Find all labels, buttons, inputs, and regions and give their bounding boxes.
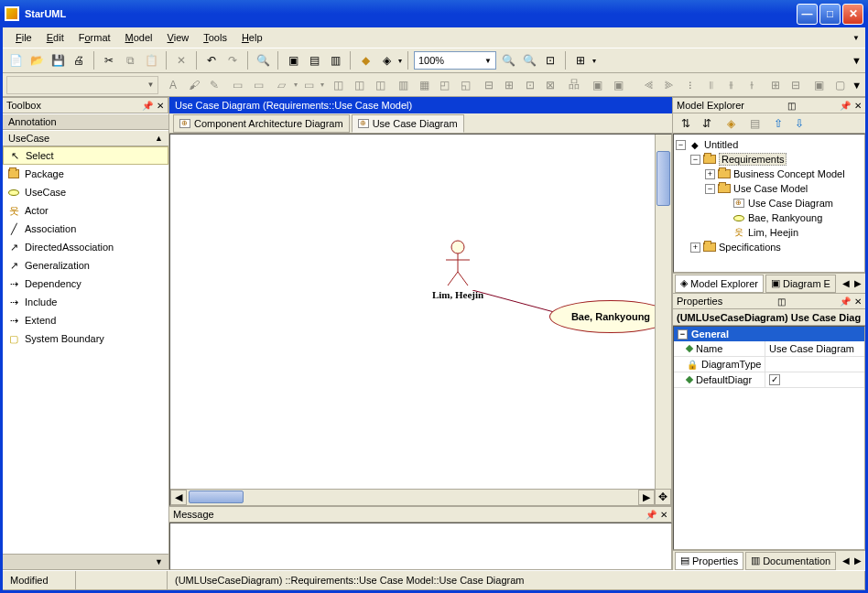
find-button[interactable]: 🔍 bbox=[254, 51, 272, 70]
tree-ucd[interactable]: Use Case Diagram bbox=[676, 196, 863, 210]
tree-bcm[interactable]: +Business Concept Model bbox=[676, 167, 863, 181]
tool5-button[interactable]: ◈ bbox=[377, 51, 396, 70]
tree-specs[interactable]: +Specifications bbox=[676, 240, 863, 254]
tool-boundary[interactable]: ▢System Boundary bbox=[3, 329, 168, 348]
up-button[interactable]: ⇧ bbox=[769, 114, 787, 133]
pen-icon[interactable]: ✎ bbox=[205, 76, 223, 94]
close-panel-icon[interactable]: ✕ bbox=[157, 101, 164, 111]
tool-generalization[interactable]: ↗Generalization bbox=[3, 256, 168, 275]
tree-ucm[interactable]: −Use Case Model bbox=[676, 181, 863, 196]
tree-root[interactable]: −◆Untitled bbox=[676, 137, 863, 152]
filter-button[interactable]: ▤ bbox=[745, 114, 764, 133]
tool6-button[interactable]: ⊞ bbox=[571, 51, 590, 70]
nav-button[interactable]: ◈ bbox=[722, 114, 740, 133]
category-annotation[interactable]: Annotation bbox=[3, 113, 168, 130]
zoom-out-button[interactable]: 🔍 bbox=[499, 51, 517, 70]
prop-default[interactable]: DefaultDiagr ✓ bbox=[674, 372, 864, 388]
pin-icon[interactable]: ◫ bbox=[787, 101, 796, 111]
format2[interactable]: ▭ bbox=[250, 76, 268, 94]
tool-usecase[interactable]: UseCase bbox=[3, 183, 168, 201]
format17[interactable]: ▣ bbox=[589, 76, 607, 94]
actor-element[interactable]: Lim, Heejin bbox=[421, 240, 494, 300]
category-collapsed[interactable]: ▼ bbox=[3, 554, 168, 570]
format7[interactable]: ◫ bbox=[371, 76, 389, 94]
close-panel-icon[interactable]: ✕ bbox=[854, 296, 862, 307]
usecase-element[interactable]: Bae, Rankyoung bbox=[549, 300, 672, 333]
canvas[interactable]: Lim, Heejin Bae, Rankyoung ◀ ▶ ✥ bbox=[169, 134, 672, 506]
close-panel-icon[interactable]: ✕ bbox=[854, 101, 862, 111]
front-button[interactable]: ▣ bbox=[810, 76, 829, 94]
format4[interactable]: ▭ bbox=[300, 76, 319, 94]
align3[interactable]: ⫶ bbox=[681, 76, 700, 94]
format6[interactable]: ◫ bbox=[351, 76, 369, 94]
menubar-overflow-icon[interactable]: ▼ bbox=[852, 34, 860, 42]
menu-view[interactable]: View bbox=[160, 29, 197, 46]
format3[interactable]: ▱ bbox=[273, 76, 291, 94]
tree-bae[interactable]: Bae, Rankyoung bbox=[676, 210, 863, 225]
menu-help[interactable]: Help bbox=[234, 29, 270, 46]
tab-documentation[interactable]: ▥ Documentation bbox=[745, 552, 836, 570]
format5[interactable]: ◫ bbox=[330, 76, 348, 94]
close-panel-icon[interactable]: ✕ bbox=[660, 510, 667, 520]
zoom-fit-button[interactable]: ⊡ bbox=[541, 51, 559, 70]
font-tool-a[interactable]: A bbox=[164, 76, 182, 94]
tab-model-explorer[interactable]: ◈ Model Explorer bbox=[675, 275, 764, 293]
menu-model[interactable]: Model bbox=[118, 29, 160, 46]
pin-icon[interactable]: ◫ bbox=[777, 296, 786, 307]
tab-scroll-left[interactable]: ◀ bbox=[841, 278, 852, 288]
close-button[interactable]: ✕ bbox=[842, 4, 863, 25]
tool-extend[interactable]: ⇢Extend bbox=[3, 311, 168, 329]
menu-format[interactable]: Format bbox=[71, 29, 118, 46]
paste-button[interactable]: 📋 bbox=[142, 51, 160, 70]
tab-usecase[interactable]: Use Case Diagram bbox=[352, 114, 464, 133]
menu-edit[interactable]: Edit bbox=[39, 29, 71, 46]
format15[interactable]: ⊠ bbox=[542, 76, 560, 94]
scroll-right-icon[interactable]: ▶ bbox=[638, 490, 655, 505]
print-button[interactable]: 🖨 bbox=[70, 51, 88, 70]
tab-scroll-right[interactable]: ▶ bbox=[852, 278, 863, 288]
pin-icon[interactable]: 📌 bbox=[840, 101, 851, 111]
category-usecase[interactable]: UseCase▲ bbox=[3, 130, 168, 146]
tree-lim[interactable]: 웃Lim, Heejin bbox=[676, 225, 863, 240]
cut-button[interactable]: ✂ bbox=[100, 51, 118, 70]
tool1-button[interactable]: ▣ bbox=[284, 51, 302, 70]
align5[interactable]: ⫵ bbox=[722, 76, 741, 94]
format1[interactable]: ▭ bbox=[229, 76, 247, 94]
tab-component[interactable]: Component Architecture Diagram bbox=[173, 114, 350, 133]
back-button[interactable]: ▢ bbox=[831, 76, 850, 94]
tool-actor[interactable]: 웃Actor bbox=[3, 201, 168, 220]
new-button[interactable]: 📄 bbox=[6, 51, 25, 70]
dist1[interactable]: ⊞ bbox=[766, 76, 785, 94]
format8[interactable]: ▥ bbox=[395, 76, 413, 94]
checkbox-checked[interactable]: ✓ bbox=[769, 374, 780, 385]
prop-category-general[interactable]: −General bbox=[674, 327, 864, 341]
model-tree[interactable]: −◆Untitled −Requirements +Business Conce… bbox=[673, 134, 865, 273]
align1[interactable]: ⫷ bbox=[640, 76, 658, 94]
zoom-in-button[interactable]: 🔍 bbox=[520, 51, 538, 70]
format10[interactable]: ◰ bbox=[436, 76, 454, 94]
maximize-button[interactable]: □ bbox=[819, 4, 841, 25]
toolbar2-overflow-icon[interactable]: ▼ bbox=[852, 80, 862, 91]
pin-icon[interactable]: 📌 bbox=[840, 296, 851, 307]
tab-scroll-left[interactable]: ◀ bbox=[841, 555, 852, 566]
format12[interactable]: ⊟ bbox=[480, 76, 498, 94]
format9[interactable]: ▦ bbox=[415, 76, 433, 94]
tool-association[interactable]: ╱Association bbox=[3, 220, 168, 238]
sort1-button[interactable]: ⇅ bbox=[677, 114, 695, 133]
toolbar-overflow-icon[interactable]: ▼ bbox=[852, 55, 862, 66]
vertical-scrollbar[interactable] bbox=[655, 135, 671, 489]
align2[interactable]: ⫸ bbox=[660, 76, 678, 94]
prop-diagramtype[interactable]: 🔒DiagramType bbox=[674, 357, 864, 372]
dist2[interactable]: ⊟ bbox=[787, 76, 806, 94]
tree-requirements[interactable]: −Requirements bbox=[676, 152, 863, 167]
pin-icon[interactable]: 📌 bbox=[646, 510, 656, 520]
delete-button[interactable]: ✕ bbox=[172, 51, 190, 70]
open-button[interactable]: 📂 bbox=[27, 51, 46, 70]
prop-name[interactable]: Name Use Case Diagram bbox=[674, 341, 864, 357]
format13[interactable]: ⊞ bbox=[501, 76, 519, 94]
menu-file[interactable]: File bbox=[8, 29, 39, 46]
tool3-button[interactable]: ▥ bbox=[326, 51, 344, 70]
format18[interactable]: ▣ bbox=[609, 76, 627, 94]
scroll-left-icon[interactable]: ◀ bbox=[170, 490, 187, 505]
down-button[interactable]: ⇩ bbox=[790, 114, 808, 133]
